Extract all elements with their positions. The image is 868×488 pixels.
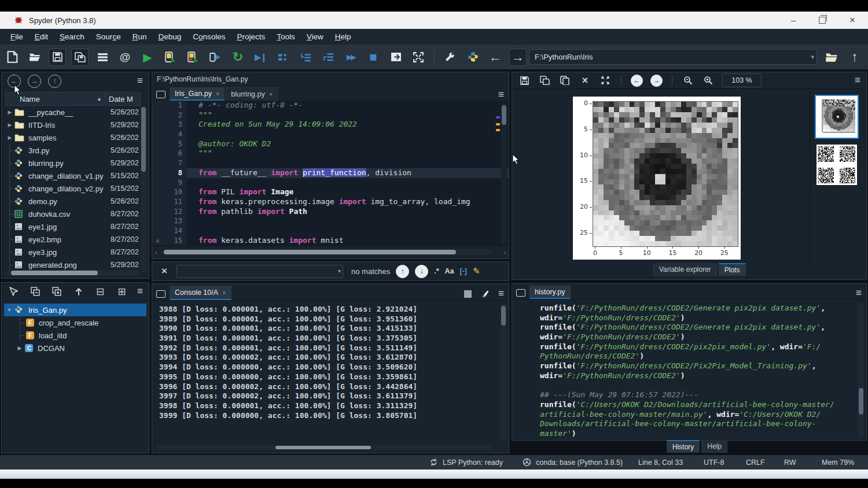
console-output[interactable]: 3988 [D loss: 0.000001, acc.: 100.00%] [… — [159, 305, 495, 420]
file-row-__pycache__[interactable]: ▶__pycache__5/26/202 — [5, 106, 141, 119]
expand-icon[interactable]: ▶ — [5, 109, 14, 115]
fullscreen-button[interactable] — [410, 49, 427, 66]
run-cell-button[interactable] — [161, 49, 179, 66]
files-vertical-scrollbar[interactable] — [141, 106, 146, 272]
run-cell-advance-button[interactable] — [184, 49, 201, 66]
file-row-eye2.bmp[interactable]: eye2.bmp8/27/202 — [5, 233, 141, 246]
tab-close-icon[interactable]: × — [269, 91, 273, 98]
outline-item-load_iitd[interactable]: Fload_iitd — [4, 329, 146, 342]
history-vscroll-thumb[interactable] — [859, 388, 863, 415]
tab-console[interactable]: Console 10/A × — [170, 286, 231, 300]
file-row-samples[interactable]: ▶samples5/26/202 — [5, 131, 141, 144]
forward-button[interactable]: → — [509, 49, 527, 66]
collapse-all-icon[interactable]: ⊟ — [94, 285, 106, 298]
menu-tools[interactable]: Tools — [271, 32, 301, 41]
browse-directory-button[interactable] — [823, 49, 840, 66]
editor-vscroll-thumb[interactable] — [502, 105, 506, 125]
search-dropdown-icon[interactable]: ▾ — [338, 268, 341, 274]
files-header[interactable]: Name ▲ Date M — [5, 92, 141, 106]
menu-consoles[interactable]: Consoles — [187, 32, 231, 41]
files-options-menu-icon[interactable]: ≡ — [137, 75, 143, 87]
expand-all-icon[interactable]: ⊞ — [116, 285, 128, 298]
find-previous-button[interactable]: ↑ — [396, 265, 409, 278]
interrupt-kernel-icon[interactable] — [464, 290, 472, 298]
file-row-IITD-Iris[interactable]: ▶IITD-Iris5/29/202 — [5, 119, 141, 131]
expand-icon[interactable]: ▶ — [5, 122, 14, 128]
console-hscroll-thumb[interactable] — [275, 446, 371, 449]
plot-figure[interactable]: 05101520250510152025 — [573, 97, 741, 260]
history-browse-tabs-button[interactable] — [513, 286, 528, 299]
working-directory-combo[interactable]: ▾ — [529, 49, 817, 65]
console-browse-tabs-button[interactable] — [153, 287, 168, 300]
files-back-button[interactable]: ← — [8, 75, 21, 88]
tab-help[interactable]: Help — [701, 440, 727, 453]
tab-iris-gan[interactable]: Iris_Gan.py × — [170, 87, 225, 101]
plot-thumbnail-noise[interactable] — [816, 145, 857, 185]
minimize-button[interactable]: – — [780, 12, 807, 28]
copy-collapse-icon[interactable] — [29, 285, 41, 298]
file-row-3rd.py[interactable]: 3rd.py5/26/202 — [5, 144, 141, 157]
browse-tabs-button[interactable] — [153, 88, 168, 101]
save-all-button[interactable] — [71, 49, 89, 66]
tab-history[interactable]: History — [667, 440, 700, 453]
save-plot-icon[interactable] — [518, 74, 531, 87]
tab-plots[interactable]: Plots — [719, 263, 746, 276]
highlight-matches-toggle[interactable]: ✎ — [473, 266, 480, 276]
menu-debug[interactable]: Debug — [152, 32, 187, 41]
editor-hscroll-thumb[interactable] — [164, 250, 456, 254]
find-in-files-button[interactable]: @ — [116, 49, 134, 66]
find-next-button[interactable]: ↓ — [415, 265, 428, 278]
go-to-cursor-icon[interactable] — [72, 285, 84, 298]
fit-plot-icon[interactable] — [599, 74, 612, 87]
plot-zoom-level[interactable]: 103 % — [722, 73, 762, 87]
tab-variable-explorer[interactable]: Variable explorer — [653, 263, 717, 276]
copy-expand-icon[interactable] — [51, 285, 63, 298]
file-row-demo.py[interactable]: demo.py5/26/202 — [5, 195, 141, 208]
tab-blurring[interactable]: blurring.py × — [226, 87, 278, 101]
close-button[interactable]: × — [839, 12, 866, 28]
step-return-button[interactable] — [319, 49, 337, 66]
editor-code-area[interactable]: 1# -*- coding: utf-8 -*-2"""3Created on … — [152, 101, 509, 246]
editor-options-menu-icon[interactable]: ≡ — [498, 89, 509, 101]
file-row-blurring.py[interactable]: blurring.py5/29/202 — [5, 157, 141, 169]
clear-console-icon[interactable] — [479, 287, 491, 300]
file-row-eye3.jpg[interactable]: eye3.jpg8/27/202 — [5, 246, 141, 258]
editor-horizontal-scrollbar[interactable] — [161, 249, 492, 255]
menu-file[interactable]: File — [5, 32, 29, 41]
next-plot-button[interactable]: → — [650, 75, 663, 87]
outline-item-iris_gan.py[interactable]: ▼Iris_Gan.py — [4, 304, 146, 316]
step-into-button[interactable] — [297, 49, 314, 66]
editor-vertical-scrollbar[interactable] — [501, 103, 507, 244]
save-all-plots-icon[interactable] — [538, 74, 551, 87]
back-button[interactable]: ← — [487, 49, 504, 66]
console-vscroll-thumb[interactable] — [501, 306, 506, 326]
history-options-menu-icon[interactable]: ≡ — [856, 287, 866, 299]
parent-directory-button[interactable]: ↑ — [846, 49, 863, 66]
menu-source[interactable]: Source — [90, 32, 127, 41]
close-search-icon[interactable]: × — [158, 265, 171, 278]
zoom-in-icon[interactable] — [702, 74, 715, 87]
files-horizontal-scrollbar[interactable] — [5, 270, 139, 276]
debug-step-button[interactable] — [274, 49, 292, 66]
debug-file-button[interactable]: ▶❙ — [252, 49, 269, 66]
tab-history-py[interactable]: history.py — [529, 286, 571, 299]
whole-word-toggle[interactable]: [-] — [460, 267, 468, 275]
copy-plot-icon[interactable] — [558, 74, 571, 87]
file-row-duhovka.csv[interactable]: duhovka.csv8/27/202 — [5, 208, 141, 220]
menu-view[interactable]: View — [301, 32, 329, 41]
plots-options-menu-icon[interactable]: ≡ — [855, 75, 860, 86]
run-selection-button[interactable] — [207, 49, 224, 66]
search-combo[interactable]: ▾ — [176, 265, 343, 278]
files-up-button[interactable]: ↑ — [48, 75, 61, 88]
files-vscroll-thumb[interactable] — [141, 107, 146, 172]
follow-cursor-icon[interactable] — [8, 285, 20, 298]
new-file-button[interactable] — [3, 49, 21, 66]
menu-edit[interactable]: Edit — [29, 32, 54, 41]
expander-icon[interactable]: ▶ — [14, 345, 25, 351]
outline-item-dcgan[interactable]: ▶CDCGAN — [4, 342, 146, 354]
file-row-change_dilation_v2.py[interactable]: change_dilation_v2.py5/15/202 — [5, 182, 141, 195]
path-dropdown-icon[interactable]: ▾ — [811, 53, 814, 61]
file-row-eye1.jpg[interactable]: eye1.jpg8/27/202 — [5, 220, 141, 233]
stop-debug-button[interactable]: ■ — [365, 49, 382, 66]
history-log[interactable]: runfile('F:/PythonRun/dress/CODE2/Genera… — [540, 304, 851, 439]
